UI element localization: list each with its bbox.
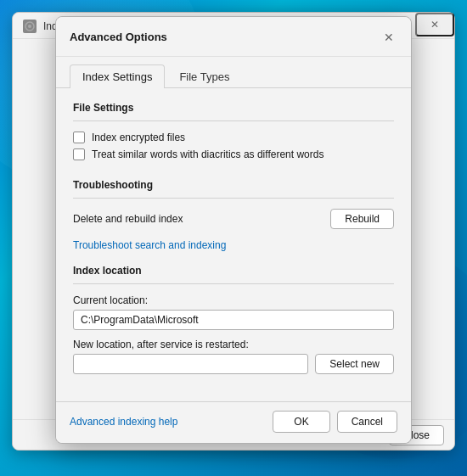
new-location-row: New location, after service is restarted… xyxy=(73,339,394,374)
troubleshooting-section: Troubleshooting Delete and rebuild index… xyxy=(73,179,394,251)
ok-button[interactable]: OK xyxy=(273,411,329,433)
checkbox-diacritics-label: Treat similar words with diacritics as d… xyxy=(92,148,324,160)
dialog-titlebar: Advanced Options ✕ xyxy=(56,17,411,57)
dialog-body: File Settings Index encrypted files Trea… xyxy=(56,88,411,401)
checkbox-encrypted[interactable] xyxy=(73,132,85,143)
advanced-indexing-help-link[interactable]: Advanced indexing help xyxy=(70,416,177,428)
dialog-close-button[interactable]: ✕ xyxy=(377,25,401,49)
advanced-options-dialog: Advanced Options ✕ Index Settings File T… xyxy=(55,16,412,444)
file-settings-divider xyxy=(73,120,394,121)
checkbox-row-diacritics: Treat similar words with diacritics as d… xyxy=(73,148,394,160)
dialog-footer: Advanced indexing help OK Cancel xyxy=(56,401,411,443)
tab-bar: Index Settings File Types xyxy=(56,57,411,88)
file-settings-title: File Settings xyxy=(73,102,394,114)
checkbox-row-encrypted: Index encrypted files xyxy=(73,132,394,143)
delete-rebuild-label: Delete and rebuild index xyxy=(73,213,183,225)
tab-index-settings[interactable]: Index Settings xyxy=(70,64,165,88)
new-location-input[interactable] xyxy=(73,354,308,374)
troubleshoot-link[interactable]: Troubleshoot search and indexing xyxy=(73,239,226,251)
new-location-group: New location, after service is restarted… xyxy=(73,339,308,374)
cancel-button[interactable]: Cancel xyxy=(337,411,397,433)
footer-buttons: OK Cancel xyxy=(273,411,397,433)
troubleshooting-divider xyxy=(73,198,394,199)
checkbox-encrypted-label: Index encrypted files xyxy=(92,132,185,143)
dialog-title: Advanced Options xyxy=(70,31,377,43)
select-new-button[interactable]: Select new xyxy=(315,354,394,374)
rebuild-row: Delete and rebuild index Rebuild xyxy=(73,209,394,229)
index-location-divider xyxy=(73,283,394,284)
index-location-section: Index location Current location: New loc… xyxy=(73,265,394,374)
dialog-overlay: Advanced Options ✕ Index Settings File T… xyxy=(0,0,467,476)
file-settings-section: File Settings Index encrypted files Trea… xyxy=(73,102,394,165)
current-location-input[interactable] xyxy=(73,310,394,330)
current-location-label: Current location: xyxy=(73,294,394,306)
tab-file-types[interactable]: File Types xyxy=(166,64,242,88)
index-location-title: Index location xyxy=(73,265,394,277)
troubleshooting-title: Troubleshooting xyxy=(73,179,394,191)
rebuild-button[interactable]: Rebuild xyxy=(330,209,394,229)
checkbox-diacritics[interactable] xyxy=(73,148,85,160)
new-location-label: New location, after service is restarted… xyxy=(73,339,308,350)
